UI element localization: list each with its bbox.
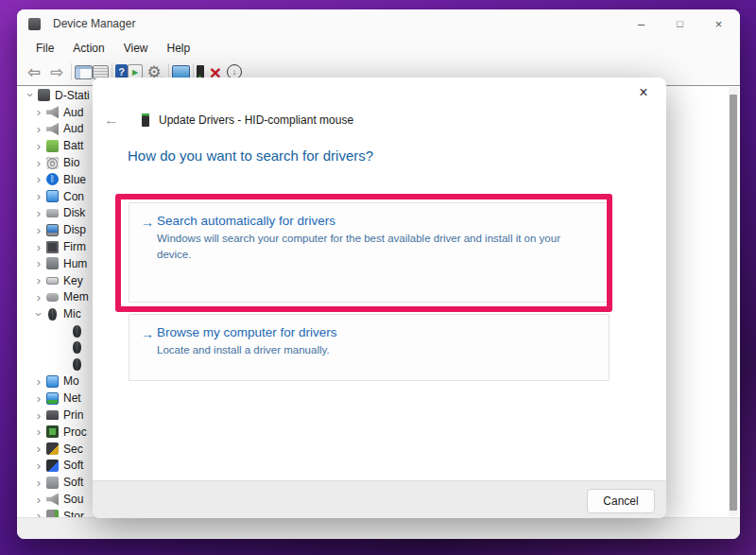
mouse-icon bbox=[73, 358, 81, 371]
dialog-header: ← Update Drivers - HID-compliant mouse bbox=[104, 112, 353, 129]
tree-item-label: Prin bbox=[63, 408, 83, 422]
tree-item-label: Hum bbox=[63, 257, 87, 270]
software-device-icon bbox=[46, 477, 59, 489]
computer-icon bbox=[38, 89, 50, 101]
chevron-right-icon[interactable]: › bbox=[31, 106, 46, 118]
tree-item-label: Mem bbox=[63, 290, 89, 304]
tree-item-label: Net bbox=[63, 391, 81, 405]
desktop: Device Manager – □ × FileActionViewHelp … bbox=[0, 0, 756, 555]
bluetooth-icon bbox=[46, 173, 59, 185]
tree-item-label: Key bbox=[63, 274, 83, 287]
option-title: Browse my computer for drivers bbox=[157, 325, 337, 339]
network-icon bbox=[46, 392, 59, 405]
fingerprint-icon bbox=[46, 157, 59, 169]
firmware-icon bbox=[46, 241, 59, 253]
arrow-right-icon: → bbox=[141, 214, 157, 264]
chevron-right-icon[interactable]: › bbox=[31, 291, 46, 304]
menu-action[interactable]: Action bbox=[63, 40, 113, 57]
tree-item-label: D-Stati bbox=[55, 89, 90, 102]
chevron-right-icon[interactable]: › bbox=[31, 494, 46, 506]
keyboard-icon bbox=[46, 277, 59, 285]
minimize-button[interactable]: – bbox=[622, 9, 661, 38]
chevron-right-icon[interactable]: › bbox=[31, 409, 46, 422]
chevron-right-icon[interactable]: › bbox=[31, 140, 46, 152]
menu-file[interactable]: File bbox=[26, 40, 63, 57]
tree-item-label: Soft bbox=[63, 476, 83, 489]
option-browse-computer[interactable]: → Browse my computer for drivers Locate … bbox=[129, 314, 610, 381]
chevron-right-icon[interactable]: › bbox=[31, 190, 46, 202]
device-manager-icon bbox=[28, 18, 41, 30]
dialog-back-icon[interactable]: ← bbox=[104, 112, 127, 129]
chevron-right-icon[interactable]: › bbox=[31, 274, 46, 286]
close-button[interactable]: × bbox=[699, 9, 738, 38]
tree-item-label: Aud bbox=[63, 122, 83, 135]
processor-icon bbox=[46, 425, 59, 438]
tree-item-label: Disk bbox=[63, 206, 85, 219]
toolbar-separator bbox=[71, 63, 72, 80]
chevron-right-icon[interactable]: › bbox=[31, 442, 46, 455]
dialog-footer: Cancel bbox=[93, 480, 666, 518]
mouse-icon bbox=[73, 341, 81, 354]
tree-item-label: Mic bbox=[63, 307, 81, 321]
chevron-right-icon[interactable]: › bbox=[31, 241, 46, 253]
title-bar[interactable]: Device Manager – □ × bbox=[17, 9, 740, 38]
tree-item-label: Con bbox=[63, 190, 84, 203]
memory-icon bbox=[46, 293, 59, 302]
software-component-icon bbox=[46, 460, 59, 472]
chevron-right-icon[interactable]: › bbox=[31, 123, 46, 135]
mouse-icon bbox=[48, 308, 57, 321]
cancel-button[interactable]: Cancel bbox=[587, 489, 655, 513]
tree-item-label: Aud bbox=[63, 106, 83, 119]
chevron-right-icon[interactable]: › bbox=[31, 157, 46, 169]
tree-item-label: Mo bbox=[63, 374, 79, 388]
speaker-icon bbox=[46, 123, 59, 135]
sound-icon bbox=[46, 494, 59, 506]
tree-item-label: Soft bbox=[63, 459, 83, 472]
dialog-close-icon[interactable]: × bbox=[632, 81, 655, 104]
chevron-right-icon[interactable]: › bbox=[31, 257, 46, 269]
horizontal-scrollbar[interactable] bbox=[17, 517, 740, 539]
hid-icon bbox=[46, 257, 59, 269]
menu-help[interactable]: Help bbox=[158, 40, 200, 57]
chevron-right-icon[interactable]: › bbox=[31, 477, 46, 489]
back-icon[interactable] bbox=[23, 61, 45, 82]
tree-item-label: Blue bbox=[63, 173, 86, 186]
tree-item-label: Sec bbox=[63, 442, 83, 456]
display-icon bbox=[46, 224, 59, 236]
arrow-right-icon: → bbox=[141, 325, 157, 358]
menu-view[interactable]: View bbox=[114, 40, 158, 57]
driver-device-icon bbox=[142, 113, 149, 127]
vertical-scrollbar-thumb[interactable] bbox=[730, 95, 737, 511]
disk-icon bbox=[46, 209, 59, 217]
option-search-automatically[interactable]: → Search automatically for drivers Windo… bbox=[129, 202, 610, 303]
chevron-right-icon[interactable]: › bbox=[31, 224, 46, 236]
tree-item-label: Bio bbox=[63, 156, 79, 169]
security-icon bbox=[46, 442, 59, 455]
forward-icon[interactable] bbox=[45, 61, 68, 82]
chevron-right-icon[interactable]: › bbox=[31, 207, 46, 219]
chevron-right-icon[interactable]: › bbox=[31, 392, 46, 405]
tree-item-label: Disp bbox=[63, 223, 86, 236]
mouse-icon bbox=[73, 325, 81, 338]
chevron-down-icon[interactable]: › bbox=[31, 308, 46, 321]
chevron-down-icon[interactable]: › bbox=[23, 89, 38, 101]
dialog-heading: How do you want to search for drivers? bbox=[128, 147, 373, 164]
chevron-right-icon[interactable]: › bbox=[31, 460, 46, 472]
update-drivers-dialog: × ← Update Drivers - HID-compliant mouse… bbox=[93, 78, 666, 518]
window-controls: – □ × bbox=[622, 9, 738, 38]
option-title: Search automatically for drivers bbox=[157, 214, 593, 228]
window-title: Device Manager bbox=[53, 17, 135, 30]
menu-bar: FileActionViewHelp bbox=[17, 38, 740, 59]
show-console-tree-icon[interactable] bbox=[75, 65, 93, 79]
tree-item-label: Sou bbox=[63, 493, 83, 506]
battery-icon bbox=[46, 140, 59, 152]
chevron-right-icon[interactable]: › bbox=[31, 425, 46, 438]
chevron-right-icon[interactable]: › bbox=[31, 375, 46, 388]
maximize-button[interactable]: □ bbox=[661, 9, 699, 38]
option-description: Locate and install a driver manually. bbox=[157, 342, 337, 358]
vertical-scrollbar[interactable] bbox=[729, 87, 738, 516]
tree-item-label: Proc bbox=[63, 425, 87, 439]
printer-icon bbox=[46, 410, 59, 420]
chevron-right-icon[interactable]: › bbox=[31, 173, 46, 185]
speaker-icon bbox=[46, 106, 59, 118]
